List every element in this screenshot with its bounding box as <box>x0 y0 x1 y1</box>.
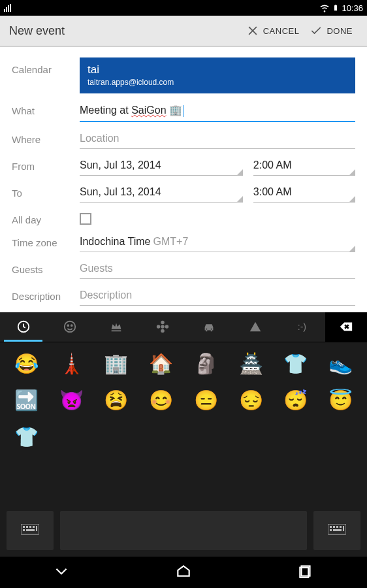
emoji-key[interactable]: 🏢 <box>94 348 139 380</box>
clock-text: 10:36 <box>342 3 363 13</box>
emoji-key[interactable]: 🔜 <box>4 384 49 417</box>
check-icon <box>310 24 323 37</box>
description-label: Description <box>12 284 80 302</box>
emoji-key[interactable]: 😇 <box>318 384 363 417</box>
emoji-key[interactable]: 👟 <box>318 348 363 380</box>
guests-input[interactable]: Guests <box>80 257 355 279</box>
emoji-key[interactable]: 🗿 <box>184 348 229 380</box>
emoji-key[interactable]: 👕 <box>4 421 49 453</box>
from-date-picker[interactable]: Sun, Jul 13, 2014 <box>80 154 243 176</box>
emoji-keyboard: :-) 😂🗼🏢🏠🗿🏯👕👟🔜👿😫😊😑😔😴😇👕 <box>0 312 367 557</box>
allday-checkbox[interactable] <box>80 213 91 225</box>
svg-rect-20 <box>336 526 338 528</box>
emoji-key[interactable]: 🏠 <box>138 348 184 380</box>
emoji-key[interactable]: 😔 <box>229 384 274 417</box>
event-form: Calendar tai taitran.apps@icloud.com Wha… <box>0 47 367 312</box>
svg-rect-13 <box>33 526 35 528</box>
calendar-label: Calendar <box>12 57 80 75</box>
svg-point-8 <box>165 325 168 329</box>
tab-nature[interactable] <box>139 312 185 342</box>
backspace-key[interactable] <box>325 312 367 342</box>
what-label: What <box>12 99 80 116</box>
what-input[interactable]: Meeting at SaiGon 🏢 <box>80 99 355 122</box>
battery-icon <box>332 3 339 13</box>
flower-icon <box>155 319 170 334</box>
emoji-key[interactable]: 🗼 <box>49 348 94 380</box>
tab-places[interactable] <box>186 312 232 342</box>
svg-rect-22 <box>330 529 332 531</box>
from-label: From <box>12 154 80 172</box>
backspace-icon <box>339 319 353 334</box>
timezone-label: Time zone <box>12 231 80 248</box>
calendar-picker[interactable]: tai taitran.apps@icloud.com <box>80 57 355 93</box>
text-caret <box>183 105 184 117</box>
clock-icon <box>16 319 31 334</box>
emoji-key <box>318 421 363 453</box>
timezone-picker[interactable]: Indochina TimeGMT+7 <box>80 231 355 252</box>
space-key[interactable] <box>60 511 307 550</box>
svg-point-1 <box>64 321 75 333</box>
wifi-icon <box>319 3 330 13</box>
face-icon <box>63 319 77 334</box>
car-icon <box>202 319 216 334</box>
svg-rect-12 <box>29 526 31 528</box>
tab-emoticons[interactable]: :-) <box>279 312 325 342</box>
keyboard-icon <box>328 524 346 537</box>
emoji-key[interactable]: 😫 <box>94 384 139 417</box>
close-icon <box>246 24 259 37</box>
calendar-email: taitran.apps@icloud.com <box>88 78 347 87</box>
from-time-picker[interactable]: 2:00 AM <box>253 154 355 176</box>
emoji-key <box>138 421 184 453</box>
android-nav-bar <box>0 557 367 588</box>
guests-label: Guests <box>12 257 80 275</box>
svg-point-3 <box>71 325 72 327</box>
tab-symbols[interactable] <box>232 312 279 342</box>
tab-recent[interactable] <box>0 312 46 342</box>
keyboard-bottom-row <box>0 504 367 557</box>
status-bar: 10:36 <box>0 0 367 16</box>
emoji-key[interactable]: 👿 <box>49 384 94 417</box>
done-button[interactable]: DONE <box>304 24 358 37</box>
emoji-row: 👕 <box>4 421 363 453</box>
svg-point-6 <box>161 329 165 333</box>
emoji-key[interactable]: 👕 <box>274 348 319 380</box>
app-header: New event CANCEL DONE <box>0 16 367 47</box>
svg-point-7 <box>157 325 161 329</box>
where-label: Where <box>12 127 80 145</box>
emoji-category-tabs: :-) <box>0 312 367 342</box>
to-time-picker[interactable]: 3:00 AM <box>253 181 355 203</box>
to-date-picker[interactable]: Sun, Jul 13, 2014 <box>80 181 243 203</box>
emoji-key[interactable]: 😊 <box>138 384 184 417</box>
signal-icon <box>4 4 11 12</box>
triangle-icon <box>248 319 263 334</box>
calendar-name: tai <box>88 63 347 76</box>
svg-rect-24 <box>343 526 344 531</box>
nav-back[interactable] <box>53 563 70 582</box>
svg-rect-11 <box>26 526 28 528</box>
svg-rect-14 <box>23 529 25 531</box>
emoji-key[interactable]: 😂 <box>4 348 49 380</box>
tab-faces[interactable] <box>46 312 93 342</box>
tab-objects[interactable] <box>93 312 139 342</box>
description-input[interactable]: Description <box>80 284 355 306</box>
emoji-key[interactable]: 😴 <box>274 384 319 417</box>
emoji-key[interactable]: 😑 <box>184 384 229 417</box>
nav-recent[interactable] <box>297 563 314 582</box>
svg-rect-18 <box>330 526 332 528</box>
emoji-key[interactable]: 🏯 <box>229 348 274 380</box>
chevron-down-icon <box>53 563 70 580</box>
emoji-key <box>229 421 274 453</box>
svg-point-2 <box>67 325 69 327</box>
cancel-button[interactable]: CANCEL <box>241 24 305 37</box>
svg-rect-21 <box>340 526 342 528</box>
switch-keyboard-left[interactable] <box>7 511 54 550</box>
nav-home[interactable] <box>175 563 192 582</box>
svg-rect-19 <box>333 526 335 528</box>
switch-keyboard-right[interactable] <box>313 511 360 550</box>
svg-point-5 <box>161 321 165 325</box>
crown-icon <box>109 319 123 334</box>
emoji-key <box>274 421 319 453</box>
svg-point-4 <box>161 325 165 329</box>
emoji-key <box>49 421 94 453</box>
where-input[interactable]: Location <box>80 127 355 149</box>
